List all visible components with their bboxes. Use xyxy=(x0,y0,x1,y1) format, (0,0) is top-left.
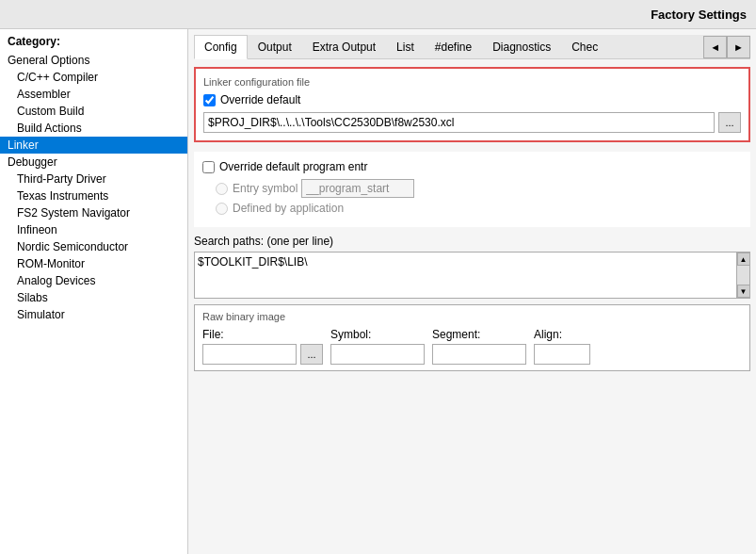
search-paths-box: $TOOLKIT_DIR$\LIB\ ▲ ▼ xyxy=(194,252,750,299)
search-paths-section: Search paths: (one per line) $TOOLKIT_DI… xyxy=(194,235,750,299)
raw-symbol-field: Symbol: xyxy=(330,328,425,365)
raw-segment-label: Segment: xyxy=(432,328,526,341)
search-paths-scrollbar: ▲ ▼ xyxy=(736,253,749,298)
sidebar-item-build-actions[interactable]: Build Actions xyxy=(0,120,187,137)
raw-file-field: File: ... xyxy=(202,328,323,365)
sidebar-header: Category: xyxy=(0,29,187,52)
program-entry-section: Override default program entr Entry symb… xyxy=(194,152,750,227)
sidebar-item-simulator[interactable]: Simulator xyxy=(0,306,187,323)
tab-#define[interactable]: #define xyxy=(425,35,482,58)
scroll-down-arrow[interactable]: ▼ xyxy=(737,285,750,298)
sidebar-item-custom-build[interactable]: Custom Build xyxy=(0,103,187,120)
defined-by-app-row: Defined by application xyxy=(202,202,742,215)
entry-symbol-input[interactable] xyxy=(301,179,414,198)
sidebar-item-texas-instruments[interactable]: Texas Instruments xyxy=(0,187,187,204)
sidebar-item-rom-monitor[interactable]: ROM-Monitor xyxy=(0,255,187,272)
sidebar-item-infineon[interactable]: Infineon xyxy=(0,221,187,238)
tab-extra-output[interactable]: Extra Output xyxy=(302,35,386,58)
factory-settings-title: Factory Settings xyxy=(651,8,747,22)
raw-segment-field: Segment: xyxy=(432,328,526,365)
linker-config-section: Linker configuration file Override defau… xyxy=(194,67,750,142)
raw-browse-button[interactable]: ... xyxy=(300,344,323,365)
linker-config-title: Linker configuration file xyxy=(203,76,741,88)
sidebar-item-linker[interactable]: Linker xyxy=(0,137,187,154)
sidebar-item-silabs[interactable]: Silabs xyxy=(0,289,187,306)
raw-align-field: Align: xyxy=(534,328,590,365)
tab-output[interactable]: Output xyxy=(248,35,302,58)
raw-align-label: Align: xyxy=(534,328,590,341)
search-paths-label: Search paths: (one per line) xyxy=(194,235,750,248)
tab-config[interactable]: Config xyxy=(194,35,248,59)
defined-by-app-radio[interactable] xyxy=(216,203,228,215)
tab-chec[interactable]: Chec xyxy=(561,35,608,58)
entry-symbol-radio[interactable] xyxy=(216,183,228,195)
sidebar-item-nordic-semiconductor[interactable]: Nordic Semiconductor xyxy=(0,238,187,255)
linker-file-path-input[interactable] xyxy=(203,112,715,133)
tab-list[interactable]: List xyxy=(386,35,425,58)
tab-scroll-next[interactable]: ► xyxy=(727,36,750,58)
raw-symbol-label: Symbol: xyxy=(330,328,425,341)
tab-diagnostics[interactable]: Diagnostics xyxy=(482,35,561,58)
sidebar-item-analog-devices[interactable]: Analog Devices xyxy=(0,272,187,289)
raw-file-label: File: xyxy=(202,328,323,341)
raw-binary-section: Raw binary image File: ... Symbol: Segme… xyxy=(194,304,750,371)
sidebar-item-assembler[interactable]: Assembler xyxy=(0,86,187,103)
raw-binary-row: File: ... Symbol: Segment: Align: xyxy=(202,328,742,365)
tabs-bar: ConfigOutputExtra OutputList#defineDiagn… xyxy=(194,35,750,59)
sidebar-item-general-options[interactable]: General Options xyxy=(0,52,187,69)
raw-segment-input[interactable] xyxy=(432,344,526,365)
tab-scroll-prev[interactable]: ◄ xyxy=(703,36,727,58)
scroll-up-arrow[interactable]: ▲ xyxy=(737,253,750,266)
search-paths-value: $TOOLKIT_DIR$\LIB\ xyxy=(198,255,308,269)
sidebar: Category: General OptionsC/C++ CompilerA… xyxy=(0,29,188,554)
raw-symbol-input[interactable] xyxy=(330,344,425,365)
entry-symbol-label: Entry symbol xyxy=(233,182,298,195)
content-area: ConfigOutputExtra OutputList#defineDiagn… xyxy=(188,29,756,554)
linker-browse-button[interactable]: ... xyxy=(718,112,741,133)
override-default-row: Override default xyxy=(203,93,741,106)
override-program-row: Override default program entr xyxy=(202,160,742,173)
file-path-row: ... xyxy=(203,112,741,133)
override-program-label: Override default program entr xyxy=(219,160,367,173)
defined-by-app-label: Defined by application xyxy=(233,202,344,215)
sidebar-item-c/c++-compiler[interactable]: C/C++ Compiler xyxy=(0,69,187,86)
raw-file-input[interactable] xyxy=(202,344,297,365)
sidebar-item-fs2-system-navigator[interactable]: FS2 System Navigator xyxy=(0,204,187,221)
override-program-checkbox[interactable] xyxy=(202,161,215,173)
sidebar-item-third-party-driver[interactable]: Third-Party Driver xyxy=(0,171,187,187)
override-default-label: Override default xyxy=(220,93,300,106)
entry-symbol-row: Entry symbol xyxy=(202,179,742,198)
sidebar-item-debugger[interactable]: Debugger xyxy=(0,154,187,171)
raw-align-input[interactable] xyxy=(534,344,590,365)
raw-binary-title: Raw binary image xyxy=(202,311,742,322)
override-default-checkbox[interactable] xyxy=(203,94,216,106)
